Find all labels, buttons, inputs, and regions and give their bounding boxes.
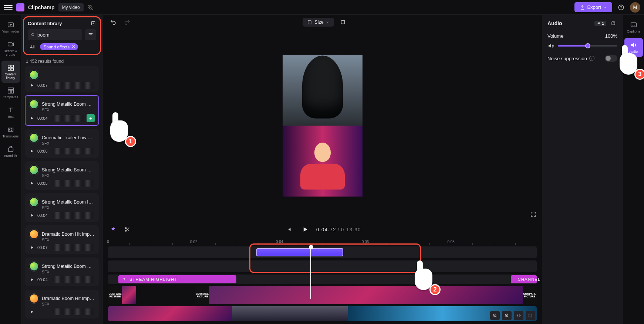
text-clip-channel[interactable]: CHANNEL [511,275,537,283]
video-clip[interactable] [209,286,523,304]
play-preview-button[interactable] [29,149,34,154]
playhead[interactable] [310,246,311,299]
audio-track-1[interactable] [108,246,537,258]
preview-canvas[interactable] [283,55,363,197]
svg-rect-19 [529,314,532,317]
result-card[interactable]: 00:07 [25,66,99,92]
result-card[interactable]: Strong Metallic Boom Drum HitSFX00:04 [25,258,99,286]
menu-button[interactable] [4,3,13,12]
sync-off-icon [87,4,94,11]
waveform-icon [53,212,95,219]
search-input[interactable] [37,32,79,38]
avatar[interactable]: M [630,2,640,13]
search-icon [31,32,35,37]
filter-button[interactable] [85,29,96,40]
info-icon[interactable]: i [589,56,594,61]
result-card[interactable]: Strong Metallic Boom ImpactSFX00:04 [25,193,99,222]
play-button[interactable] [300,224,310,235]
zoom-out-button[interactable] [490,311,500,320]
result-subtitle: SFX [42,205,95,210]
result-card[interactable]: Dramatic Boom Hit ImpactSFX [25,290,99,318]
time-ruler[interactable]: 00:020:040:060:08 [108,238,537,245]
timeline[interactable]: 00:020:040:060:08 Strong Metallic Boom D… [103,238,542,324]
result-title: Strong Metallic Boom Impact [42,199,95,205]
result-duration: 00:07 [37,83,50,88]
play-preview-button[interactable] [29,277,34,282]
result-card[interactable]: Strong Metallic Boom Drum HitSFX00:05 [25,161,99,190]
left-nav-rail: Your media Record & create Content libra… [0,15,21,324]
zoom-fit-button[interactable] [514,311,523,320]
zoom-in-button[interactable] [502,311,512,320]
help-button[interactable] [616,2,626,13]
search-input-wrap[interactable] [28,29,82,40]
sfx-badge-icon [29,99,39,109]
noise-suppression-toggle[interactable] [605,55,617,62]
waveform-icon [53,148,95,154]
chip-sound-effects[interactable]: Sound effects ✕ [40,43,78,50]
play-preview-button[interactable] [29,116,34,121]
play-preview-button[interactable] [29,213,34,218]
tool-speed[interactable]: Speed [624,58,643,77]
audio-clip-selected[interactable] [256,248,343,256]
export-button[interactable]: Export [574,2,612,12]
result-duration: 00:06 [37,149,50,153]
chip-all[interactable]: All [28,44,37,50]
fullscreen-button[interactable] [530,211,537,218]
speaker-icon[interactable] [547,42,554,49]
chevron-down-icon [603,6,607,9]
nav-text[interactable]: Text [1,103,20,122]
svg-rect-10 [8,148,13,151]
video-track-2[interactable] [108,306,537,321]
nav-record-create[interactable]: Record & create [1,37,20,60]
redo-button[interactable] [122,17,132,27]
volume-slider[interactable] [558,45,617,47]
library-expand-icon[interactable] [90,20,96,26]
add-to-timeline-button[interactable]: + [87,114,95,122]
split-button[interactable] [122,224,132,235]
svg-rect-6 [11,68,13,71]
undo-button[interactable] [108,17,118,27]
text-track[interactable]: STREAM HIGHLIGHT CHANNEL [108,274,537,284]
size-selector[interactable]: Size [303,18,334,27]
project-name[interactable]: My video [58,3,84,11]
play-preview-button[interactable] [29,83,34,88]
sfx-badge-icon [29,165,39,175]
aspect-icon [307,20,312,25]
magic-button[interactable] [338,17,348,27]
svg-rect-4 [11,65,13,67]
sfx-badge-icon [29,70,39,80]
result-subtitle: SFX [42,238,95,242]
nav-templates[interactable]: Templates [1,83,20,102]
timecode: 0:04.72/0:13.30 [316,227,361,232]
timeline-settings-button[interactable] [526,311,535,320]
result-subtitle: SFX [42,108,95,112]
text-clip-stream-highlight[interactable]: STREAM HIGHLIGHT [118,275,236,283]
preview-bottom-clip [283,126,363,197]
result-card[interactable]: Strong Metallic Boom Drum HitSFX00:04+ [25,95,99,126]
result-list[interactable]: 00:07Strong Metallic Boom Drum HitSFX00:… [21,65,102,324]
nav-your-media[interactable]: Your media [1,18,20,37]
detach-button[interactable] [609,19,617,27]
nav-content-library[interactable]: Content library [1,61,20,83]
brand-logo [16,3,24,11]
tool-captions[interactable]: Captions [624,18,643,37]
chip-remove-icon[interactable]: ✕ [72,44,75,49]
nav-transitions[interactable]: Transitions [1,123,20,141]
result-card[interactable]: Cinematic Trailer Low BoomSFX00:06 [25,129,99,158]
result-card[interactable]: Dramatic Boom Hit ImpactSFX00:07 [25,225,99,254]
waveform-icon [53,276,95,283]
prev-frame-button[interactable] [284,224,294,235]
audio-track-2[interactable]: Strong Metallic Boom Drum Hit 2 [108,260,537,272]
play-preview-button[interactable] [29,181,34,186]
nav-brand-kit[interactable]: Brand kit [1,142,20,161]
tool-audio[interactable]: Audio [624,38,643,57]
chevron-down-icon [326,20,330,24]
play-preview-button[interactable] [29,309,34,314]
result-duration: 00:04 [37,213,50,218]
results-count: 1,452 results found [21,57,102,65]
svg-rect-13 [308,20,311,24]
editor-center: Size [103,15,542,324]
video-track-1[interactable]: COMPARE PICTURE COMPARE PICTURE COMPARE … [108,286,537,304]
play-preview-button[interactable] [29,245,34,250]
auto-button[interactable] [108,224,118,235]
